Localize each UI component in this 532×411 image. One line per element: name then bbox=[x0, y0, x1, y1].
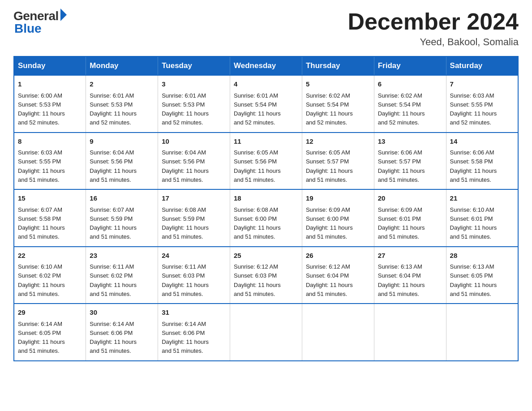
calendar-day-21: 21Sunrise: 6:10 AMSunset: 6:01 PMDayligh… bbox=[446, 189, 518, 247]
calendar-day-31: 31Sunrise: 6:14 AMSunset: 6:06 PMDayligh… bbox=[158, 304, 230, 361]
calendar-day-9: 9Sunrise: 6:04 AMSunset: 5:56 PMDaylight… bbox=[86, 133, 158, 190]
day-info: Sunrise: 6:02 AMSunset: 5:54 PMDaylight:… bbox=[306, 92, 353, 126]
calendar-day-28: 28Sunrise: 6:13 AMSunset: 6:05 PMDayligh… bbox=[446, 247, 518, 304]
calendar-day-6: 6Sunrise: 6:02 AMSunset: 5:54 PMDaylight… bbox=[374, 75, 446, 133]
day-info: Sunrise: 6:11 AMSunset: 6:02 PMDaylight:… bbox=[90, 263, 137, 297]
day-number: 9 bbox=[90, 137, 154, 147]
day-info: Sunrise: 6:14 AMSunset: 6:06 PMDaylight:… bbox=[162, 321, 209, 355]
calendar-day-15: 15Sunrise: 6:07 AMSunset: 5:58 PMDayligh… bbox=[14, 189, 86, 247]
calendar-day-24: 24Sunrise: 6:11 AMSunset: 6:03 PMDayligh… bbox=[158, 247, 230, 304]
calendar-day-23: 23Sunrise: 6:11 AMSunset: 6:02 PMDayligh… bbox=[86, 247, 158, 304]
day-number: 24 bbox=[162, 251, 226, 261]
day-info: Sunrise: 6:05 AMSunset: 5:56 PMDaylight:… bbox=[234, 149, 281, 183]
calendar-day-20: 20Sunrise: 6:09 AMSunset: 6:01 PMDayligh… bbox=[374, 189, 446, 247]
logo-blue-text: Blue bbox=[14, 21, 42, 36]
day-number: 30 bbox=[90, 308, 154, 318]
day-info: Sunrise: 6:11 AMSunset: 6:03 PMDaylight:… bbox=[162, 263, 209, 297]
calendar-day-10: 10Sunrise: 6:04 AMSunset: 5:56 PMDayligh… bbox=[158, 133, 230, 190]
day-info: Sunrise: 6:05 AMSunset: 5:57 PMDaylight:… bbox=[306, 149, 353, 183]
day-info: Sunrise: 6:06 AMSunset: 5:57 PMDaylight:… bbox=[378, 149, 425, 183]
day-number: 16 bbox=[90, 193, 154, 204]
day-info: Sunrise: 6:12 AMSunset: 6:03 PMDaylight:… bbox=[234, 263, 281, 297]
day-number: 25 bbox=[234, 251, 298, 261]
calendar-day-14: 14Sunrise: 6:06 AMSunset: 5:58 PMDayligh… bbox=[446, 133, 518, 190]
calendar-day-7: 7Sunrise: 6:03 AMSunset: 5:55 PMDaylight… bbox=[446, 75, 518, 133]
calendar-day-26: 26Sunrise: 6:12 AMSunset: 6:04 PMDayligh… bbox=[302, 247, 374, 304]
day-header-sunday: Sunday bbox=[14, 56, 86, 75]
calendar-empty-cell bbox=[302, 304, 374, 361]
day-header-monday: Monday bbox=[86, 56, 158, 75]
day-info: Sunrise: 6:06 AMSunset: 5:58 PMDaylight:… bbox=[450, 149, 497, 183]
day-number: 1 bbox=[18, 79, 82, 90]
logo-triangle-icon bbox=[60, 9, 67, 21]
calendar-day-4: 4Sunrise: 6:01 AMSunset: 5:54 PMDaylight… bbox=[230, 75, 302, 133]
day-number: 21 bbox=[450, 193, 514, 204]
day-number: 26 bbox=[306, 251, 370, 261]
day-header-thursday: Thursday bbox=[302, 56, 374, 75]
day-number: 5 bbox=[306, 79, 370, 90]
calendar-day-16: 16Sunrise: 6:07 AMSunset: 5:59 PMDayligh… bbox=[86, 189, 158, 247]
day-info: Sunrise: 6:13 AMSunset: 6:04 PMDaylight:… bbox=[378, 263, 425, 297]
calendar-week-row: 15Sunrise: 6:07 AMSunset: 5:58 PMDayligh… bbox=[14, 189, 518, 247]
calendar-week-row: 1Sunrise: 6:00 AMSunset: 5:53 PMDaylight… bbox=[14, 75, 518, 133]
day-info: Sunrise: 6:12 AMSunset: 6:04 PMDaylight:… bbox=[306, 263, 353, 297]
calendar-day-29: 29Sunrise: 6:14 AMSunset: 6:05 PMDayligh… bbox=[14, 304, 86, 361]
calendar-empty-cell bbox=[374, 304, 446, 361]
day-info: Sunrise: 6:14 AMSunset: 6:06 PMDaylight:… bbox=[90, 321, 137, 355]
day-number: 23 bbox=[90, 251, 154, 261]
day-info: Sunrise: 6:09 AMSunset: 6:00 PMDaylight:… bbox=[306, 206, 353, 240]
day-number: 7 bbox=[450, 79, 514, 90]
day-number: 22 bbox=[18, 251, 82, 261]
calendar-day-25: 25Sunrise: 6:12 AMSunset: 6:03 PMDayligh… bbox=[230, 247, 302, 304]
page-header: General Blue December 2024 Yeed, Bakool,… bbox=[13, 9, 519, 48]
calendar-day-11: 11Sunrise: 6:05 AMSunset: 5:56 PMDayligh… bbox=[230, 133, 302, 190]
day-number: 12 bbox=[306, 137, 370, 147]
day-info: Sunrise: 6:01 AMSunset: 5:54 PMDaylight:… bbox=[234, 92, 281, 126]
day-info: Sunrise: 6:13 AMSunset: 6:05 PMDaylight:… bbox=[450, 263, 497, 297]
calendar-day-5: 5Sunrise: 6:02 AMSunset: 5:54 PMDaylight… bbox=[302, 75, 374, 133]
day-number: 15 bbox=[18, 193, 82, 204]
day-info: Sunrise: 6:04 AMSunset: 5:56 PMDaylight:… bbox=[90, 149, 137, 183]
logo: General Blue bbox=[13, 9, 67, 36]
calendar-week-row: 29Sunrise: 6:14 AMSunset: 6:05 PMDayligh… bbox=[14, 304, 518, 361]
day-info: Sunrise: 6:03 AMSunset: 5:55 PMDaylight:… bbox=[450, 92, 497, 126]
day-header-saturday: Saturday bbox=[446, 56, 518, 75]
calendar-day-30: 30Sunrise: 6:14 AMSunset: 6:06 PMDayligh… bbox=[86, 304, 158, 361]
day-number: 3 bbox=[162, 79, 226, 90]
calendar-header-row: SundayMondayTuesdayWednesdayThursdayFrid… bbox=[14, 56, 518, 75]
day-number: 4 bbox=[234, 79, 298, 90]
calendar-week-row: 8Sunrise: 6:03 AMSunset: 5:55 PMDaylight… bbox=[14, 133, 518, 190]
day-number: 20 bbox=[378, 193, 442, 204]
day-info: Sunrise: 6:10 AMSunset: 6:02 PMDaylight:… bbox=[18, 263, 65, 297]
day-info: Sunrise: 6:00 AMSunset: 5:53 PMDaylight:… bbox=[18, 92, 65, 126]
calendar-day-19: 19Sunrise: 6:09 AMSunset: 6:00 PMDayligh… bbox=[302, 189, 374, 247]
day-number: 31 bbox=[162, 308, 226, 318]
calendar-empty-cell bbox=[230, 304, 302, 361]
day-number: 2 bbox=[90, 79, 154, 90]
day-header-friday: Friday bbox=[374, 56, 446, 75]
day-number: 10 bbox=[162, 137, 226, 147]
day-number: 28 bbox=[450, 251, 514, 261]
day-header-tuesday: Tuesday bbox=[158, 56, 230, 75]
location-text: Yeed, Bakool, Somalia bbox=[348, 36, 519, 48]
day-info: Sunrise: 6:02 AMSunset: 5:54 PMDaylight:… bbox=[378, 92, 425, 126]
day-info: Sunrise: 6:01 AMSunset: 5:53 PMDaylight:… bbox=[162, 92, 209, 126]
title-block: December 2024 Yeed, Bakool, Somalia bbox=[348, 9, 519, 48]
day-info: Sunrise: 6:03 AMSunset: 5:55 PMDaylight:… bbox=[18, 149, 65, 183]
month-title: December 2024 bbox=[348, 9, 519, 34]
day-info: Sunrise: 6:07 AMSunset: 5:58 PMDaylight:… bbox=[18, 206, 65, 240]
calendar-day-22: 22Sunrise: 6:10 AMSunset: 6:02 PMDayligh… bbox=[14, 247, 86, 304]
calendar-day-3: 3Sunrise: 6:01 AMSunset: 5:53 PMDaylight… bbox=[158, 75, 230, 133]
day-number: 13 bbox=[378, 137, 442, 147]
calendar-day-1: 1Sunrise: 6:00 AMSunset: 5:53 PMDaylight… bbox=[14, 75, 86, 133]
calendar-table: SundayMondayTuesdayWednesdayThursdayFrid… bbox=[13, 56, 519, 361]
day-header-wednesday: Wednesday bbox=[230, 56, 302, 75]
calendar-week-row: 22Sunrise: 6:10 AMSunset: 6:02 PMDayligh… bbox=[14, 247, 518, 304]
day-number: 17 bbox=[162, 193, 226, 204]
day-number: 8 bbox=[18, 137, 82, 147]
calendar-day-8: 8Sunrise: 6:03 AMSunset: 5:55 PMDaylight… bbox=[14, 133, 86, 190]
day-number: 19 bbox=[306, 193, 370, 204]
day-number: 6 bbox=[378, 79, 442, 90]
calendar-empty-cell bbox=[446, 304, 518, 361]
calendar-day-17: 17Sunrise: 6:08 AMSunset: 5:59 PMDayligh… bbox=[158, 189, 230, 247]
